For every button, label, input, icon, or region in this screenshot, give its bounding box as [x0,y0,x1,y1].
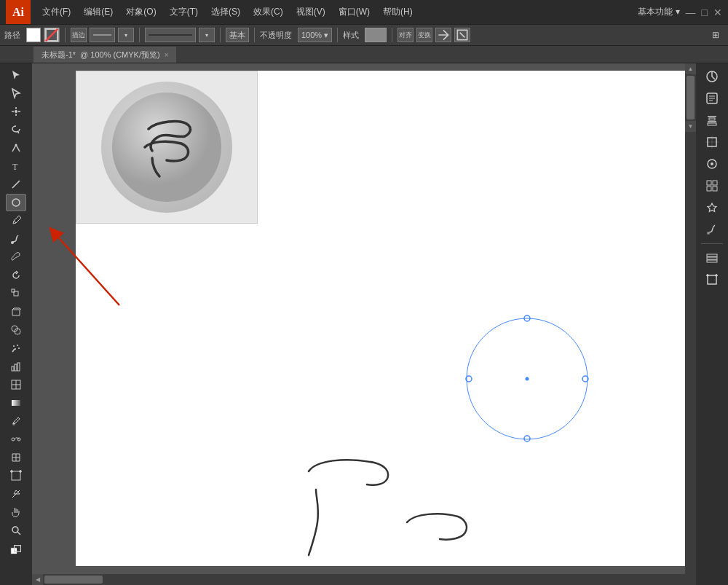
tool-ellipse[interactable] [6,194,26,211]
tool-scale[interactable] [6,285,26,302]
tool-free-transform[interactable] [6,303,26,321]
tool-pen[interactable] [6,139,26,157]
stroke-chevron[interactable]: ▾ [118,28,134,42]
path-label: 路径 [4,30,20,41]
brush-definition[interactable]: 基本 [226,28,249,42]
panel-toggle[interactable]: ⊞ [708,30,724,40]
workspace-selector[interactable]: 基本功能 ▾ [638,6,679,18]
menu-effect[interactable]: 效果(C) [248,3,289,21]
scroll-down-btn[interactable]: ▼ [685,121,696,132]
tool-shape-builder[interactable] [6,321,26,339]
opacity-input[interactable]: 100%▾ [298,28,332,42]
fill-color[interactable] [26,28,41,42]
tool-blob-brush[interactable] [6,248,26,266]
svg-rect-67 [713,181,717,185]
tool-blend[interactable] [6,431,26,448]
tool-eyedropper[interactable] [6,412,26,430]
right-panel-sep [701,243,723,244]
menu-file[interactable]: 文件(F) [36,3,76,21]
svg-point-11 [15,144,17,146]
stroke-profile-chevron[interactable]: ▾ [199,28,215,42]
svg-rect-35 [12,471,20,480]
svg-rect-71 [707,254,717,256]
svg-point-10 [15,110,17,113]
scroll-left-btn[interactable]: ◀ [32,574,43,585]
panel-layers[interactable] [700,248,724,268]
tool-hand[interactable] [6,503,26,521]
panel-brushes[interactable] [700,219,724,240]
tool-symbol-sprayer[interactable] [6,339,26,357]
transform-icon[interactable]: 变换 [416,28,432,42]
tool-slice[interactable] [6,485,26,503]
panel-align[interactable] [700,110,724,130]
menu-text[interactable]: 文字(T) [164,3,204,21]
tool-line[interactable] [6,176,26,193]
tool-magic-wand[interactable] [6,103,26,120]
sep3 [220,28,221,42]
svg-rect-26 [15,364,17,371]
tool-text[interactable]: T [6,157,26,175]
scroll-thumb-h[interactable] [44,576,103,584]
menu-object[interactable]: 对象(O) [120,3,162,21]
tool-pencil[interactable] [6,212,26,229]
panel-symbols[interactable] [700,197,724,218]
fill-icon[interactable] [44,28,60,42]
tool-direct-select[interactable] [6,85,26,102]
restore-btn[interactable]: □ [702,7,708,18]
panel-color[interactable] [700,66,724,87]
stroke-profile[interactable] [145,28,196,42]
panel-graphic-styles[interactable] [700,176,724,196]
tool-column-graph[interactable] [6,358,26,375]
panel-libraries[interactable] [700,88,724,109]
panel-artboards[interactable] [700,270,724,290]
svg-rect-68 [707,187,711,191]
sep2 [139,28,140,42]
menu-view[interactable]: 视图(V) [290,3,331,21]
svg-line-41 [17,532,20,535]
tool-artboard[interactable] [6,467,26,484]
document-tab[interactable]: 未标题-1* @ 100% (CMYK/预览) × [33,47,176,63]
svg-point-46 [524,436,530,441]
svg-point-22 [17,345,18,346]
panel-appearance[interactable] [700,154,724,174]
menu-items: 文件(F) 编辑(E) 对象(O) 文字(T) 选择(S) 效果(C) 视图(V… [36,3,419,21]
menu-help[interactable]: 帮助(H) [377,3,419,21]
tool-gradient[interactable] [6,394,26,412]
svg-rect-73 [707,260,717,262]
circle-shape[interactable] [462,311,593,457]
tool-mesh[interactable] [6,376,26,393]
artboard [76,71,696,566]
right-panel [696,63,728,585]
stroke-weight-input[interactable] [90,28,115,42]
isolate-icon[interactable] [454,28,470,42]
tool-fill-stroke[interactable] [4,540,28,560]
flip-icon[interactable] [435,28,451,42]
menu-window[interactable]: 窗口(W) [333,3,376,21]
stroke-weight-icon[interactable]: 描边 [71,28,87,42]
svg-line-15 [14,221,16,223]
scroll-up-btn[interactable]: ▲ [685,63,696,74]
menu-select[interactable]: 选择(S) [205,3,246,21]
tab-info: @ 100% (CMYK/预览) [80,50,160,60]
scrollbar-vertical[interactable]: ▲ ▼ [685,63,696,574]
scroll-thumb-v[interactable] [687,76,695,119]
svg-rect-74 [708,275,716,284]
tab-close-btn[interactable]: × [165,51,169,59]
close-btn[interactable]: ✕ [713,7,722,18]
style-color[interactable] [365,28,387,42]
svg-rect-69 [713,187,717,191]
minimize-btn[interactable]: — [686,7,696,18]
align-icon[interactable]: 对齐 [397,28,414,42]
toolbar-right-icons: ⊞ [708,30,724,40]
tool-live-paint[interactable] [6,449,26,466]
tool-zoom[interactable] [6,522,26,539]
svg-point-50 [526,377,529,381]
tool-lasso[interactable] [6,121,26,138]
menu-edit[interactable]: 编辑(E) [78,3,119,21]
tool-paintbrush[interactable] [6,230,26,248]
tool-rotate[interactable] [6,267,26,284]
scrollbar-horizontal[interactable]: ◀ [32,574,685,585]
panel-transform[interactable] [700,132,724,152]
swoosh-shapes [301,442,542,573]
tool-select[interactable] [6,66,26,84]
